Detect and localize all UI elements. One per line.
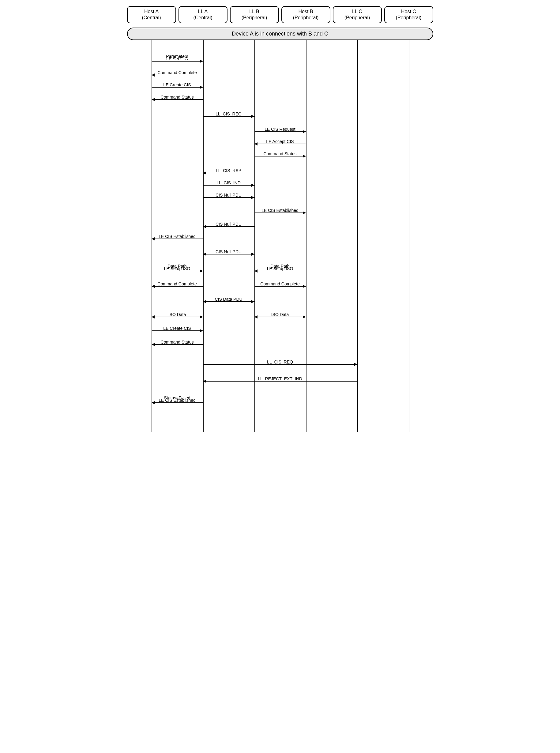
sequence-area: LE Set CIGParametersCommand CompleteLE C…: [127, 40, 433, 432]
lifeline-5: [409, 40, 409, 432]
participant-5: Host C(Peripheral): [384, 6, 433, 23]
svg-marker-41: [203, 300, 206, 303]
message-10: CIS Null PDU: [203, 190, 255, 199]
message-label-2: Data Path: [152, 264, 203, 269]
svg-marker-57: [152, 401, 155, 404]
message-label-2: Status=Failed: [152, 395, 203, 400]
message-2: LE Create CIS: [152, 80, 203, 89]
svg-marker-34: [255, 270, 258, 273]
message-6: LE Accept CIS: [255, 137, 306, 146]
lifeline-2: [255, 40, 255, 432]
svg-marker-49: [200, 329, 203, 332]
svg-marker-32: [200, 270, 203, 273]
message-label-2: Parameters: [152, 54, 203, 59]
message-23: Command Status: [152, 337, 203, 346]
message-19: CIS Data PDU: [203, 294, 255, 303]
participant-name: LL A: [180, 8, 226, 15]
participant-name: LL C: [335, 8, 380, 15]
message-9: LL_CIS_IND: [203, 178, 255, 187]
participant-0: Host A(Central): [127, 6, 176, 23]
message-24: LL_CIS_REQ: [203, 357, 357, 366]
lifeline-3: [306, 40, 306, 432]
svg-marker-21: [252, 196, 255, 199]
message-12: CIS Null PDU: [203, 219, 255, 229]
message-7: Command Status: [255, 149, 306, 158]
svg-marker-53: [354, 363, 357, 366]
message-15: LE Setup ISOData Path: [152, 261, 203, 273]
message-13: LE CIS Established: [152, 232, 203, 241]
message-1: Command Complete: [152, 68, 203, 77]
svg-marker-23: [303, 211, 306, 214]
svg-marker-40: [252, 300, 255, 303]
message-8: LL_CIS_RSP: [203, 166, 255, 175]
svg-marker-29: [252, 253, 255, 256]
svg-marker-43: [200, 315, 203, 318]
participants-row: Host A(Central)LL A(Central)LL B(Periphe…: [127, 6, 433, 23]
svg-marker-19: [252, 184, 255, 187]
state-banner: Device A is in connections with B and C: [127, 27, 433, 40]
participant-role: (Peripheral): [335, 15, 380, 21]
participant-3: Host B(Peripheral): [281, 6, 331, 23]
svg-marker-5: [200, 86, 203, 89]
svg-marker-27: [152, 237, 155, 240]
participant-1: LL A(Central): [179, 6, 227, 23]
svg-marker-3: [152, 74, 155, 77]
lifeline-1: [203, 40, 204, 432]
message-14: CIS Null PDU: [203, 247, 255, 256]
participant-role: (Peripheral): [283, 15, 328, 21]
message-11: LE CIS Established: [255, 205, 306, 215]
message-16: LE Setup ISOData Path: [255, 261, 306, 273]
message-21: ISO Data: [255, 310, 306, 319]
svg-marker-55: [203, 380, 206, 383]
svg-marker-13: [255, 142, 258, 145]
svg-marker-7: [152, 98, 155, 101]
participant-role: (Central): [180, 15, 226, 21]
svg-marker-17: [203, 172, 206, 175]
message-26: LE CIS EstablishedStatus=Failed: [152, 392, 203, 404]
participant-name: Host C: [386, 8, 432, 15]
svg-marker-51: [152, 343, 155, 346]
sequence-diagram: Host A(Central)LL A(Central)LL B(Periphe…: [127, 6, 433, 432]
participant-name: Host A: [129, 8, 174, 15]
message-22: LE Create CIS: [152, 323, 203, 333]
message-label-2: Data Path: [255, 264, 306, 269]
participant-4: LL C(Peripheral): [333, 6, 382, 23]
svg-marker-36: [152, 285, 155, 288]
participant-role: (Peripheral): [232, 15, 277, 21]
participant-2: LL B(Peripheral): [230, 6, 279, 23]
svg-marker-25: [203, 225, 206, 228]
svg-marker-44: [152, 315, 155, 318]
lifeline-4: [357, 40, 358, 432]
message-20: ISO Data: [152, 310, 203, 319]
message-17: Command Complete: [152, 279, 203, 288]
participant-name: LL B: [232, 8, 277, 15]
message-18: Command Complete: [255, 279, 306, 288]
message-5: LE CIS Request: [255, 124, 306, 134]
svg-marker-9: [252, 115, 255, 118]
message-4: LL_CIS_REQ: [203, 109, 255, 118]
svg-marker-38: [303, 285, 306, 288]
participant-name: Host B: [283, 8, 328, 15]
svg-marker-1: [200, 60, 203, 63]
message-0: LE Set CIGParameters: [152, 51, 203, 63]
message-25: LL_REJECT_EXT_IND: [203, 374, 357, 383]
svg-marker-30: [203, 253, 206, 256]
svg-marker-11: [303, 130, 306, 133]
svg-marker-15: [303, 155, 306, 158]
participant-role: (Peripheral): [386, 15, 432, 21]
svg-marker-46: [303, 315, 306, 318]
svg-marker-47: [255, 315, 258, 318]
message-3: Command Status: [152, 92, 203, 101]
participant-role: (Central): [129, 15, 174, 21]
